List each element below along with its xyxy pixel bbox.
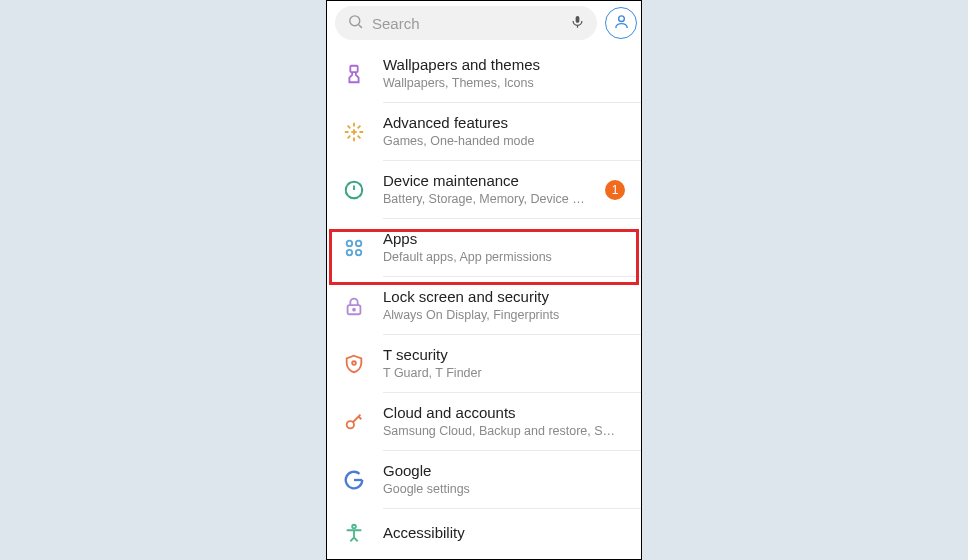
mic-icon[interactable] <box>570 14 585 33</box>
svg-point-15 <box>347 421 354 428</box>
svg-point-10 <box>347 249 353 255</box>
item-subtitle: Battery, Storage, Memory, Device se… <box>383 191 589 207</box>
item-subtitle: Always On Display, Fingerprints <box>383 307 625 323</box>
item-title: Lock screen and security <box>383 288 625 307</box>
settings-item-apps[interactable]: Apps Default apps, App permissions <box>327 219 641 276</box>
settings-item-wallpapers[interactable]: Wallpapers and themes Wallpapers, Themes… <box>327 45 641 102</box>
shield-icon <box>341 351 367 377</box>
settings-item-google[interactable]: Google Google settings <box>327 451 641 508</box>
accessibility-icon <box>341 520 367 546</box>
power-cycle-icon <box>341 177 367 203</box>
profile-icon <box>613 13 630 34</box>
notification-badge: 1 <box>605 180 625 200</box>
settings-item-cloud[interactable]: Cloud and accounts Samsung Cloud, Backup… <box>327 393 641 450</box>
svg-point-3 <box>618 15 624 21</box>
search-icon <box>347 13 364 34</box>
svg-point-11 <box>356 249 362 255</box>
item-subtitle: T Guard, T Finder <box>383 365 625 381</box>
svg-point-0 <box>350 15 360 25</box>
item-subtitle: Wallpapers, Themes, Icons <box>383 75 625 91</box>
item-title: T security <box>383 346 625 365</box>
item-subtitle: Default apps, App permissions <box>383 249 625 265</box>
item-subtitle: Games, One-handed mode <box>383 133 625 149</box>
settings-item-lock[interactable]: Lock screen and security Always On Displ… <box>327 277 641 334</box>
item-title: Device maintenance <box>383 172 589 191</box>
settings-screen: Wallpapers and themes Wallpapers, Themes… <box>326 0 642 560</box>
item-subtitle: Samsung Cloud, Backup and restore, Smart… <box>383 423 625 439</box>
item-title: Google <box>383 462 625 481</box>
key-icon <box>341 409 367 435</box>
item-title: Apps <box>383 230 625 249</box>
settings-item-tsecurity[interactable]: T security T Guard, T Finder <box>327 335 641 392</box>
settings-list: Wallpapers and themes Wallpapers, Themes… <box>327 45 641 557</box>
lock-icon <box>341 293 367 319</box>
brush-icon <box>341 61 367 87</box>
settings-item-advanced[interactable]: Advanced features Games, One-handed mode <box>327 103 641 160</box>
google-icon <box>341 467 367 493</box>
svg-point-9 <box>356 240 362 246</box>
plus-gear-icon <box>341 119 367 145</box>
settings-item-accessibility[interactable]: Accessibility <box>327 509 641 557</box>
svg-line-1 <box>359 24 362 27</box>
apps-grid-icon <box>341 235 367 261</box>
svg-point-14 <box>352 361 356 365</box>
settings-item-maintenance[interactable]: Device maintenance Battery, Storage, Mem… <box>327 161 641 218</box>
svg-point-13 <box>353 308 355 310</box>
search-field-wrap[interactable] <box>335 6 597 40</box>
search-bar <box>327 1 641 45</box>
profile-button[interactable] <box>605 7 637 39</box>
item-title: Accessibility <box>383 524 625 543</box>
item-title: Advanced features <box>383 114 625 133</box>
svg-point-16 <box>352 525 356 529</box>
svg-rect-4 <box>350 65 357 71</box>
search-input[interactable] <box>372 15 562 32</box>
item-subtitle: Google settings <box>383 481 625 497</box>
svg-point-8 <box>347 240 353 246</box>
item-title: Cloud and accounts <box>383 404 625 423</box>
item-title: Wallpapers and themes <box>383 56 625 75</box>
